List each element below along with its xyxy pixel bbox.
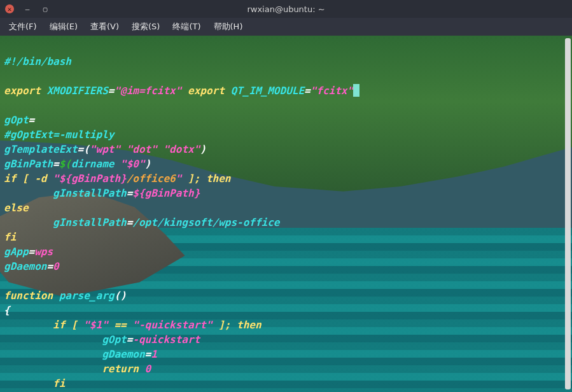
code-token: /office6 <box>127 172 176 185</box>
menubar: 文件(F) 编辑(E) 查看(V) 搜索(S) 终端(T) 帮助(H) <box>0 18 572 36</box>
code-token: = <box>108 85 115 97</box>
pad <box>4 377 53 389</box>
code-token: = <box>127 216 133 228</box>
maximize-icon[interactable]: ▢ <box>41 4 50 13</box>
menu-help[interactable]: 帮助(H) <box>210 19 247 34</box>
code-token: () <box>114 290 126 302</box>
code-line: #!/bin/bash <box>4 55 71 67</box>
terminal[interactable]: #!/bin/bash export XMODIFIERS="@im=fcitx… <box>0 36 572 392</box>
code-token: gInstallPath <box>53 187 127 199</box>
code-token: " <box>176 172 182 185</box>
code-token: export <box>181 85 230 97</box>
code-line: fi <box>4 231 16 243</box>
code-token: gDaemon <box>102 348 144 360</box>
code-token: = <box>46 260 53 272</box>
menu-view[interactable]: 查看(V) <box>87 19 123 34</box>
code-token: function <box>4 290 53 302</box>
code-token: gDaemon <box>4 260 46 272</box>
code-token: wps <box>34 246 53 258</box>
code-token: -quickstart <box>132 333 200 346</box>
code-token: QT_IM_MODULE <box>230 85 304 97</box>
code-token: == <box>108 319 133 331</box>
code-line: { <box>4 304 10 316</box>
code-token: ) <box>200 143 206 155</box>
menu-terminal[interactable]: 终端(T) <box>169 19 204 34</box>
code-token: XMODIFIERS <box>46 85 108 97</box>
code-token: gBinPath <box>4 158 53 170</box>
window-title: rwxian@ubuntu: ~ <box>247 4 324 14</box>
code-token: $( <box>59 158 71 170</box>
code-token: "$0" <box>120 158 145 170</box>
pad <box>4 333 102 346</box>
cursor <box>353 84 359 97</box>
titlebar: ✕ — ▢ rwxian@ubuntu: ~ <box>0 0 572 18</box>
code-token: gOpt <box>4 114 29 126</box>
code-line: #gOptExt=-multiply <box>4 129 114 141</box>
minimize-icon[interactable]: — <box>23 4 32 13</box>
pad <box>53 290 59 302</box>
code-token: if [ -d <box>4 172 53 185</box>
code-token: gOpt <box>102 333 127 346</box>
code-token: ${gBinPath} <box>132 187 200 199</box>
code-token: 0 <box>145 363 151 375</box>
menu-edit[interactable]: 编辑(E) <box>46 19 81 34</box>
code-token: "dotx" <box>163 143 200 155</box>
code-token: = <box>53 158 59 170</box>
code-token: dirname <box>71 158 120 170</box>
code-token: ${gBinPath} <box>59 172 127 185</box>
code-token: parse_arg <box>59 290 115 302</box>
code-token: if [ <box>53 319 83 331</box>
code-token: gTemplateExt <box>4 143 78 155</box>
code-token: = <box>304 85 310 97</box>
terminal-text[interactable]: #!/bin/bash export XMODIFIERS="@im=fcitx… <box>0 36 572 392</box>
code-token: export <box>4 85 46 97</box>
code-token: gApp <box>4 246 29 258</box>
code-token: = <box>127 187 133 199</box>
code-token: gInstallPath <box>53 216 127 228</box>
scrollbar[interactable] <box>565 38 571 389</box>
code-token <box>120 143 127 155</box>
code-token: "@im=fcitx" <box>114 85 181 97</box>
code-token: = <box>127 333 133 346</box>
code-token: "-quickstart" <box>132 319 212 331</box>
code-token: =( <box>78 143 90 155</box>
code-token: "wpt" <box>90 143 120 155</box>
menu-search[interactable]: 搜索(S) <box>128 19 164 34</box>
code-token: 1 <box>151 348 157 360</box>
code-token: ]; then <box>213 319 262 331</box>
code-token: 0 <box>53 260 59 272</box>
code-token: "dot" <box>127 143 157 155</box>
code-token: = <box>145 348 151 360</box>
code-token: " <box>53 172 59 185</box>
pad <box>4 319 53 331</box>
menu-file[interactable]: 文件(F) <box>5 19 41 34</box>
close-icon[interactable]: ✕ <box>5 4 14 13</box>
code-token: ) <box>145 158 151 170</box>
code-line: fi <box>53 377 65 389</box>
pad <box>4 363 102 375</box>
pad <box>4 187 53 199</box>
code-token: "$1" <box>83 319 108 331</box>
code-token: "fcitx" <box>310 85 353 97</box>
code-token: = <box>29 246 35 258</box>
code-token: /opt/kingsoft/wps-office <box>132 216 279 228</box>
pad <box>4 348 102 360</box>
window-controls: ✕ — ▢ <box>5 4 50 13</box>
code-token: = <box>29 114 35 126</box>
pad <box>4 216 53 228</box>
code-token: return <box>102 363 144 375</box>
code-token: ]; then <box>181 172 230 185</box>
code-line: else <box>4 202 29 214</box>
